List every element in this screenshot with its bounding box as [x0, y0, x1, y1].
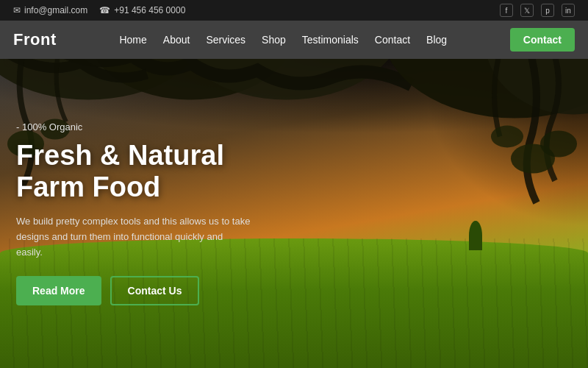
pinterest-icon[interactable]: p [541, 4, 554, 17]
hero-midground-tree [469, 221, 482, 250]
nav-item-testimonials[interactable]: Testimonials [302, 33, 359, 46]
phone-info: +91 456 456 0000 [99, 5, 185, 15]
contact-us-button[interactable]: Contact Us [110, 276, 200, 305]
top-bar: info@gmail.com +91 456 456 0000 f 𝕏 p in [0, 0, 588, 21]
nav-item-about[interactable]: About [163, 33, 190, 46]
email-text: info@gmail.com [24, 5, 87, 15]
social-links: f 𝕏 p in [500, 4, 575, 17]
hero-description: We build pretty complex tools and this a… [16, 214, 251, 260]
envelope-icon [13, 5, 21, 15]
hero-tagline: - 100% Organic [16, 121, 309, 132]
hero-content: - 100% Organic Fresh & Natural Farm Food… [0, 59, 323, 368]
nav-item-services[interactable]: Services [206, 33, 245, 46]
hero-section: - 100% Organic Fresh & Natural Farm Food… [0, 59, 588, 368]
hero-cta-buttons: Read More Contact Us [16, 276, 309, 305]
phone-icon [99, 5, 110, 15]
nav-item-contact[interactable]: Contact [375, 33, 410, 46]
facebook-icon[interactable]: f [500, 4, 513, 17]
nav-links: Home About Services Shop Testimonials Co… [119, 33, 447, 46]
svg-point-8 [540, 131, 577, 158]
linkedin-icon[interactable]: in [562, 4, 575, 17]
nav-cta-button[interactable]: Contact [510, 28, 575, 52]
nav-item-shop[interactable]: Shop [262, 33, 286, 46]
nav-item-home[interactable]: Home [119, 33, 146, 46]
hero-title-line1: Fresh & Natural [16, 140, 224, 171]
hero-title: Fresh & Natural Farm Food [16, 140, 309, 204]
read-more-button[interactable]: Read More [16, 276, 101, 305]
nav-item-blog[interactable]: Blog [426, 33, 447, 46]
twitter-icon[interactable]: 𝕏 [520, 4, 534, 17]
top-bar-left: info@gmail.com +91 456 456 0000 [13, 5, 185, 15]
navbar: Front Home About Services Shop Testimoni… [0, 21, 588, 59]
brand-logo[interactable]: Front [13, 30, 57, 49]
phone-text: +91 456 456 0000 [114, 5, 185, 15]
email-info: info@gmail.com [13, 5, 87, 15]
svg-point-9 [491, 126, 523, 148]
hero-title-line2: Farm Food [16, 171, 160, 202]
